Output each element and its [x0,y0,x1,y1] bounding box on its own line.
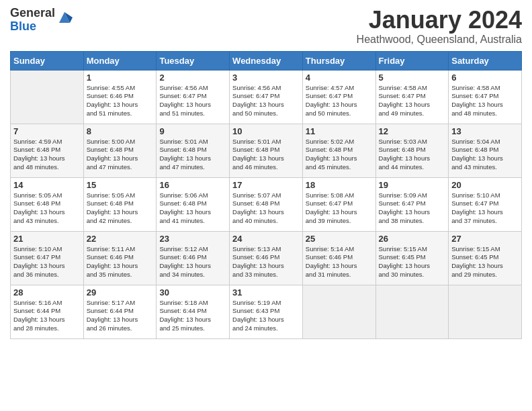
day-number: 27 [451,234,519,244]
day-number: 21 [13,234,81,244]
calendar-cell: 16Sunrise: 5:06 AMSunset: 6:48 PMDayligh… [157,177,230,231]
day-number: 18 [306,180,373,190]
calendar-week-5: 28Sunrise: 5:16 AMSunset: 6:44 PMDayligh… [11,285,522,338]
calendar-cell: 13Sunrise: 5:04 AMSunset: 6:48 PMDayligh… [449,124,522,177]
calendar-cell: 12Sunrise: 5:03 AMSunset: 6:48 PMDayligh… [375,124,449,177]
calendar-cell: 25Sunrise: 5:14 AMSunset: 6:46 PMDayligh… [302,231,375,285]
day-number: 25 [306,234,373,244]
calendar-cell [449,285,522,338]
calendar-cell: 4Sunrise: 4:57 AMSunset: 6:47 PMDaylight… [302,70,375,124]
col-sunday: Sunday [11,51,84,70]
col-saturday: Saturday [449,51,522,70]
calendar-cell: 21Sunrise: 5:10 AMSunset: 6:47 PMDayligh… [11,231,84,285]
day-number: 29 [87,287,154,298]
calendar-cell: 27Sunrise: 5:15 AMSunset: 6:45 PMDayligh… [449,231,522,285]
calendar-header: Sunday Monday Tuesday Wednesday Thursday… [11,51,522,70]
calendar-cell: 9Sunrise: 5:01 AMSunset: 6:48 PMDaylight… [157,124,230,177]
day-info: Sunrise: 5:16 AMSunset: 6:44 PMDaylight:… [13,299,81,333]
calendar-cell: 18Sunrise: 5:08 AMSunset: 6:47 PMDayligh… [302,177,375,231]
day-number: 26 [379,234,446,244]
day-number: 5 [379,73,446,83]
day-number: 8 [87,126,154,136]
day-info: Sunrise: 4:55 AMSunset: 6:46 PMDaylight:… [87,84,154,118]
location-text: Heathwood, Queensland, Australia [357,34,522,46]
day-number: 13 [451,126,519,136]
logo-blue-text: Blue [10,20,55,34]
day-number: 12 [379,126,446,136]
day-number: 4 [306,73,373,83]
day-number: 31 [232,287,300,298]
month-title: January 2024 [357,7,522,34]
col-monday: Monday [83,51,157,70]
day-info: Sunrise: 5:12 AMSunset: 6:46 PMDaylight:… [159,245,226,279]
col-thursday: Thursday [302,51,375,70]
day-info: Sunrise: 5:13 AMSunset: 6:46 PMDaylight:… [232,245,300,279]
day-info: Sunrise: 4:58 AMSunset: 6:47 PMDaylight:… [451,84,519,118]
calendar-cell: 20Sunrise: 5:10 AMSunset: 6:47 PMDayligh… [449,177,522,231]
calendar-cell: 2Sunrise: 4:56 AMSunset: 6:47 PMDaylight… [157,70,230,124]
day-info: Sunrise: 4:59 AMSunset: 6:48 PMDaylight:… [13,138,81,172]
calendar-week-2: 7Sunrise: 4:59 AMSunset: 6:48 PMDaylight… [11,124,522,177]
day-info: Sunrise: 5:17 AMSunset: 6:44 PMDaylight:… [87,299,154,333]
day-info: Sunrise: 5:08 AMSunset: 6:47 PMDaylight:… [306,191,373,226]
calendar-cell: 10Sunrise: 5:01 AMSunset: 6:48 PMDayligh… [230,124,303,177]
calendar-cell: 11Sunrise: 5:02 AMSunset: 6:48 PMDayligh… [302,124,375,177]
day-number: 19 [379,180,446,190]
calendar-cell: 31Sunrise: 5:19 AMSunset: 6:43 PMDayligh… [230,285,303,338]
day-number: 20 [451,180,519,190]
day-info: Sunrise: 5:03 AMSunset: 6:48 PMDaylight:… [379,138,446,172]
calendar-cell [375,285,449,338]
day-info: Sunrise: 5:11 AMSunset: 6:46 PMDaylight:… [87,245,154,279]
calendar-cell: 3Sunrise: 4:56 AMSunset: 6:47 PMDaylight… [230,70,303,124]
calendar-week-1: 1Sunrise: 4:55 AMSunset: 6:46 PMDaylight… [11,70,522,124]
calendar-cell: 5Sunrise: 4:58 AMSunset: 6:47 PMDaylight… [375,70,449,124]
day-info: Sunrise: 5:09 AMSunset: 6:47 PMDaylight:… [379,191,446,226]
day-info: Sunrise: 5:10 AMSunset: 6:47 PMDaylight:… [451,191,519,226]
calendar-cell [11,70,84,124]
calendar-cell: 6Sunrise: 4:58 AMSunset: 6:47 PMDaylight… [449,70,522,124]
logo: General Blue [10,7,73,34]
calendar-cell: 23Sunrise: 5:12 AMSunset: 6:46 PMDayligh… [157,231,230,285]
day-info: Sunrise: 5:04 AMSunset: 6:48 PMDaylight:… [451,138,519,172]
day-info: Sunrise: 5:15 AMSunset: 6:45 PMDaylight:… [451,245,519,279]
calendar-cell: 22Sunrise: 5:11 AMSunset: 6:46 PMDayligh… [83,231,157,285]
day-info: Sunrise: 5:10 AMSunset: 6:47 PMDaylight:… [13,245,81,279]
day-info: Sunrise: 5:14 AMSunset: 6:46 PMDaylight:… [306,245,373,279]
page-header: General Blue January 2024 Heathwood, Que… [10,7,522,46]
day-number: 2 [159,73,226,83]
day-number: 16 [159,180,226,190]
calendar-cell: 26Sunrise: 5:15 AMSunset: 6:45 PMDayligh… [375,231,449,285]
calendar-cell: 14Sunrise: 5:05 AMSunset: 6:48 PMDayligh… [11,177,84,231]
header-row: Sunday Monday Tuesday Wednesday Thursday… [11,51,522,70]
day-info: Sunrise: 5:05 AMSunset: 6:48 PMDaylight:… [13,191,81,226]
day-info: Sunrise: 5:05 AMSunset: 6:48 PMDaylight:… [87,191,154,226]
calendar-cell: 28Sunrise: 5:16 AMSunset: 6:44 PMDayligh… [11,285,84,338]
day-info: Sunrise: 4:57 AMSunset: 6:47 PMDaylight:… [306,84,373,118]
day-number: 11 [306,126,373,136]
day-info: Sunrise: 4:58 AMSunset: 6:47 PMDaylight:… [379,84,446,118]
logo-general-text: General [10,7,55,20]
day-info: Sunrise: 5:06 AMSunset: 6:48 PMDaylight:… [159,191,226,226]
day-info: Sunrise: 5:07 AMSunset: 6:48 PMDaylight:… [232,191,300,226]
calendar-cell: 17Sunrise: 5:07 AMSunset: 6:48 PMDayligh… [230,177,303,231]
day-info: Sunrise: 5:01 AMSunset: 6:48 PMDaylight:… [232,138,300,172]
day-number: 30 [159,287,226,298]
calendar-cell: 8Sunrise: 5:00 AMSunset: 6:48 PMDaylight… [83,124,157,177]
day-number: 1 [87,73,154,83]
calendar-week-4: 21Sunrise: 5:10 AMSunset: 6:47 PMDayligh… [11,231,522,285]
title-block: January 2024 Heathwood, Queensland, Aust… [357,7,522,46]
day-number: 28 [13,287,81,298]
calendar-body: 1Sunrise: 4:55 AMSunset: 6:46 PMDaylight… [11,70,522,338]
col-tuesday: Tuesday [157,51,230,70]
calendar-cell: 19Sunrise: 5:09 AMSunset: 6:47 PMDayligh… [375,177,449,231]
day-info: Sunrise: 5:01 AMSunset: 6:48 PMDaylight:… [159,138,226,172]
col-wednesday: Wednesday [230,51,303,70]
day-info: Sunrise: 5:19 AMSunset: 6:43 PMDaylight:… [232,299,300,333]
day-number: 7 [13,126,81,136]
calendar-cell: 30Sunrise: 5:18 AMSunset: 6:44 PMDayligh… [157,285,230,338]
day-number: 10 [232,126,300,136]
calendar-cell: 1Sunrise: 4:55 AMSunset: 6:46 PMDaylight… [83,70,157,124]
day-number: 6 [451,73,519,83]
day-info: Sunrise: 5:15 AMSunset: 6:45 PMDaylight:… [379,245,446,279]
day-number: 22 [87,234,154,244]
